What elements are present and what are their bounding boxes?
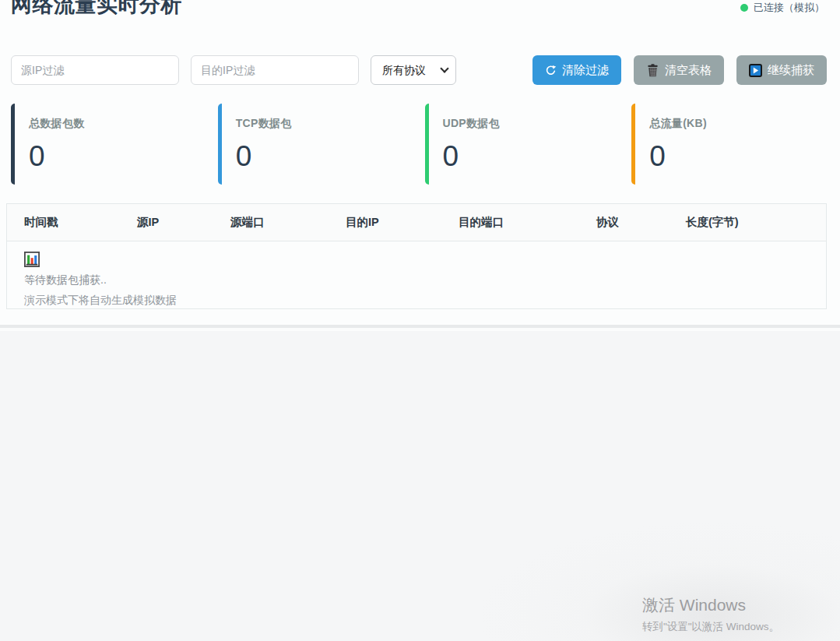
watermark-title: 激活 Windows [642,594,779,616]
status-dot-icon [740,4,748,12]
connection-status: 已连接（模拟） [740,1,824,15]
column-header-protocol: 协议 [579,204,669,241]
main-panel: 网络流量实时分析 已连接（模拟） 所有协议 [0,0,840,328]
src-ip-filter-input[interactable] [11,55,179,85]
page-title: 网络流量实时分析 [11,0,182,17]
stat-label: 总流量(KB) [649,117,828,131]
stat-card-total-traffic: 总流量(KB) 0 [631,104,828,185]
packet-table: 时间戳 源IP 源端口 目的IP 目的端口 协议 长度(字节) [7,204,826,241]
empty-state-submessage: 演示模式下将自动生成模拟数据 [24,294,809,308]
app-window: 网络流量实时分析 已连接（模拟） 所有协议 [0,0,840,641]
stat-card-total-packets: 总数据包数 0 [11,104,207,185]
clear-table-button[interactable]: 清空表格 [634,55,724,85]
stat-label: 总数据包数 [29,117,207,131]
protocol-select-wrap: 所有协议 [371,55,456,85]
column-header-src-port: 源端口 [213,204,329,241]
table-header-row: 时间戳 源IP 源端口 目的IP 目的端口 协议 长度(字节) [7,204,826,241]
stat-value: 0 [443,140,621,173]
empty-state-message: 等待数据包捕获.. [24,273,809,287]
stat-label: UDP数据包 [443,117,621,131]
packet-table-container: 时间戳 源IP 源端口 目的IP 目的端口 协议 长度(字节) [6,203,827,309]
bar-chart-icon [24,252,809,270]
clear-filter-button[interactable]: 清除过滤 [532,55,621,85]
column-header-dst-port: 目的端口 [441,204,579,241]
stat-value: 0 [649,140,828,173]
play-icon [749,64,762,77]
stat-value: 0 [236,140,414,173]
trash-icon [646,64,659,77]
stat-card-tcp-packets: TCP数据包 0 [218,104,414,185]
column-header-length: 长度(字节) [669,204,826,241]
column-header-timestamp: 时间戳 [7,204,120,241]
stat-value: 0 [29,140,207,173]
resume-capture-button[interactable]: 继续捕获 [736,55,827,85]
stat-card-udp-packets: UDP数据包 0 [425,104,621,185]
dst-ip-filter-input[interactable] [191,55,359,85]
filter-bar: 所有协议 清除过滤 [11,55,827,85]
stat-label: TCP数据包 [236,117,414,131]
windows-activation-watermark: 激活 Windows 转到"设置"以激活 Windows。 [642,594,779,634]
column-header-src-ip: 源IP [120,204,213,241]
column-header-dst-ip: 目的IP [329,204,441,241]
status-label: 已连接（模拟） [754,1,824,15]
watermark-subtitle: 转到"设置"以激活 Windows。 [642,620,779,634]
table-empty-state: 等待数据包捕获.. 演示模式下将自动生成模拟数据 [7,241,826,315]
protocol-select[interactable]: 所有协议 [371,55,456,85]
stats-row: 总数据包数 0 TCP数据包 0 UDP数据包 0 总流量(KB) 0 [11,104,828,185]
refresh-icon [545,65,557,76]
